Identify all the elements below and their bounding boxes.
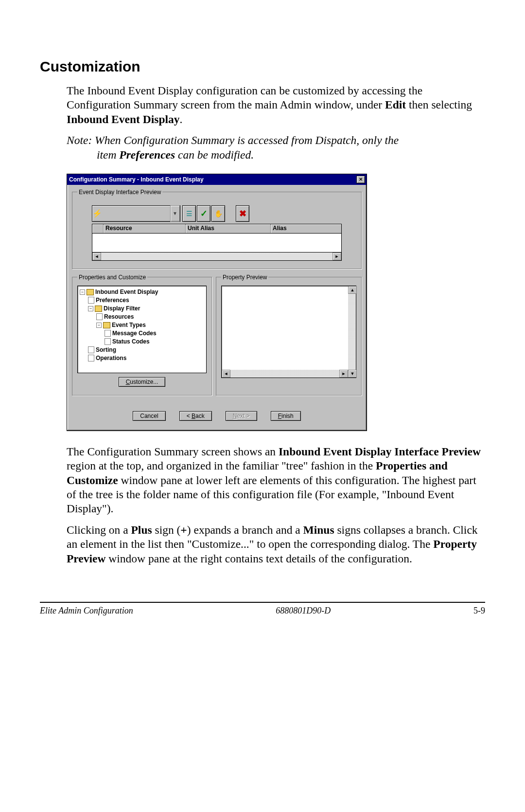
tree-message-codes[interactable]: Message Codes bbox=[80, 329, 204, 338]
grid-col-blank[interactable] bbox=[92, 224, 104, 233]
dialog-titlebar: Configuration Summary - Inbound Event Di… bbox=[67, 174, 367, 185]
property-preview-fieldset: Property Preview ◄ ► bbox=[216, 274, 362, 396]
tree-preferences[interactable]: Preferences bbox=[80, 296, 204, 305]
cancel-button[interactable]: Cancel bbox=[133, 411, 165, 421]
tree-label: Event Types bbox=[112, 322, 146, 328]
tree-resources[interactable]: Resources bbox=[80, 313, 204, 321]
grid-hscroll[interactable]: ◄ ► bbox=[92, 253, 342, 261]
tree-root[interactable]: −Inbound Event Display bbox=[80, 288, 204, 296]
hand-button[interactable]: ✋ bbox=[211, 205, 225, 222]
grid-col-resource[interactable]: Resource bbox=[104, 224, 186, 233]
check-icon: ✓ bbox=[200, 208, 208, 219]
properties-legend: Properties and Customize bbox=[77, 274, 147, 281]
document-icon bbox=[88, 297, 94, 304]
after-dialog-paragraph-2: Clicking on a Plus sign (+) expands a br… bbox=[67, 523, 485, 566]
scroll-right-icon[interactable]: ► bbox=[339, 370, 348, 378]
tree-label: Sorting bbox=[96, 346, 116, 353]
edit-bold: Edit bbox=[385, 98, 406, 111]
footer-right: 5-9 bbox=[473, 606, 485, 616]
grid-col-unit-alias[interactable]: Unit Alias bbox=[186, 224, 271, 233]
footer-left: Elite Admin Configuration bbox=[40, 606, 133, 616]
folder-icon bbox=[95, 306, 102, 312]
properties-fieldset: Properties and Customize −Inbound Event … bbox=[72, 274, 212, 396]
text: inish bbox=[281, 413, 294, 419]
text: . bbox=[180, 113, 183, 126]
text: ack bbox=[195, 413, 205, 419]
tree-operations[interactable]: Operations bbox=[80, 354, 204, 362]
ied-bold: Inbound Event Display bbox=[67, 113, 180, 126]
preview-legend: Event Display Interface Preview bbox=[77, 189, 162, 196]
finish-button[interactable]: Finish bbox=[271, 411, 301, 421]
pp-hscroll[interactable]: ◄ ► bbox=[222, 370, 348, 378]
delete-button[interactable]: ✖ bbox=[236, 205, 249, 222]
text: B bbox=[192, 413, 195, 419]
list-button[interactable]: ☰ bbox=[182, 205, 196, 222]
preview-fieldset: Event Display Interface Preview ⚡ ▼ ☰ ✓ … bbox=[72, 189, 362, 269]
customize-button[interactable]: Customize... bbox=[119, 377, 166, 387]
scroll-down-icon[interactable]: ▼ bbox=[348, 370, 357, 378]
property-preview-legend: Property Preview bbox=[221, 274, 268, 281]
text: Note: When Configuration Summary is acce… bbox=[67, 134, 399, 146]
note-paragraph: Note: When Configuration Summary is acce… bbox=[67, 133, 485, 162]
tree-label: Message Codes bbox=[112, 330, 157, 337]
tree-status-codes[interactable]: Status Codes bbox=[80, 338, 204, 346]
text-bold: Inbound Event Display Interface Preview bbox=[279, 445, 481, 458]
scroll-right-icon[interactable]: ► bbox=[332, 253, 341, 260]
text: Clicking on a bbox=[67, 523, 131, 536]
dialog-button-row: Cancel < Back Next > Finish bbox=[72, 400, 362, 426]
tree-label: Preferences bbox=[96, 297, 129, 304]
page-footer: Elite Admin Configuration 6880801D90-D 5… bbox=[0, 603, 525, 635]
intro-paragraph: The Inbound Event Display configuration … bbox=[67, 84, 485, 126]
tree-label: Display Filter bbox=[104, 305, 140, 312]
preview-toolbar: ⚡ ▼ ☰ ✓ ✋ ✖ bbox=[92, 205, 342, 222]
scroll-left-icon[interactable]: ◄ bbox=[92, 253, 101, 260]
document-icon bbox=[105, 330, 111, 337]
grid-header: Resource Unit Alias Alias bbox=[92, 224, 342, 234]
scroll-track[interactable] bbox=[101, 253, 332, 260]
dialog-title: Configuration Summary - Inbound Event Di… bbox=[69, 176, 204, 183]
scroll-track[interactable] bbox=[348, 294, 356, 370]
text-bold: + bbox=[180, 523, 187, 536]
tree-event-types[interactable]: −Event Types bbox=[80, 321, 204, 329]
text: F bbox=[278, 413, 281, 419]
back-button[interactable]: < Back bbox=[179, 411, 212, 421]
property-preview-box: ◄ ► ▲ ▼ bbox=[221, 286, 356, 378]
tree-label: Inbound Event Display bbox=[95, 289, 158, 295]
pp-vscroll[interactable]: ▲ ▼ bbox=[348, 286, 356, 378]
config-summary-dialog: Configuration Summary - Inbound Event Di… bbox=[67, 174, 367, 431]
grid-col-alias[interactable]: Alias bbox=[271, 224, 341, 233]
folder-icon bbox=[103, 322, 110, 328]
text: then selecting bbox=[406, 98, 472, 111]
text-bold: Plus bbox=[131, 523, 152, 536]
lightning-icon: ⚡ bbox=[92, 209, 102, 218]
tree-label: Resources bbox=[104, 313, 134, 320]
text-bold: Minus bbox=[303, 523, 334, 536]
properties-tree[interactable]: −Inbound Event Display Preferences −Disp… bbox=[77, 286, 207, 373]
tree-label: Operations bbox=[96, 355, 126, 361]
text: window pane at lower left are elements o… bbox=[67, 474, 476, 515]
document-icon bbox=[96, 313, 103, 320]
scroll-track[interactable] bbox=[230, 370, 339, 378]
text: item bbox=[97, 148, 119, 161]
text: sign ( bbox=[152, 523, 181, 536]
dropdown-arrow-icon: ▼ bbox=[170, 205, 180, 222]
text: ext > bbox=[237, 413, 249, 419]
text: can be modified. bbox=[175, 148, 254, 161]
tree-sorting[interactable]: Sorting bbox=[80, 346, 204, 354]
footer-mid: 6880801D90-D bbox=[276, 606, 331, 616]
text: The Configuration Summary screen shows a… bbox=[67, 445, 279, 458]
text: ) expands a branch and a bbox=[187, 523, 303, 536]
section-heading: Customization bbox=[40, 58, 485, 75]
x-icon: ✖ bbox=[239, 208, 246, 219]
scroll-up-icon[interactable]: ▲ bbox=[348, 286, 357, 294]
tree-label: Status Codes bbox=[112, 338, 150, 345]
folder-icon bbox=[87, 289, 94, 295]
document-icon bbox=[105, 338, 111, 345]
check-button[interactable]: ✓ bbox=[197, 205, 210, 222]
text: The Inbound Event Display configuration … bbox=[67, 84, 422, 111]
hand-icon: ✋ bbox=[214, 210, 223, 217]
close-button[interactable]: ✕ bbox=[356, 176, 365, 183]
tree-display-filter[interactable]: −Display Filter bbox=[80, 305, 204, 313]
scroll-left-icon[interactable]: ◄ bbox=[222, 370, 230, 378]
resource-dropdown[interactable]: ⚡ ▼ bbox=[92, 205, 180, 222]
